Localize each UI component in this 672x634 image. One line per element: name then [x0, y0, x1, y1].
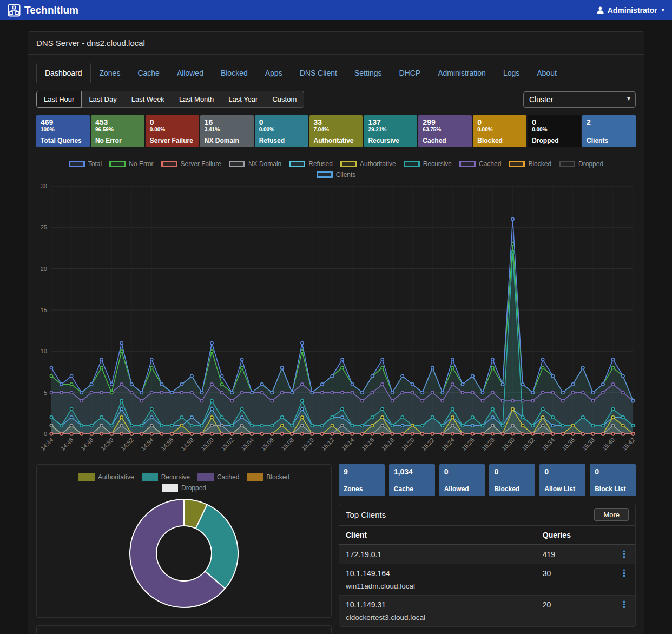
legend-item[interactable]: Dropped	[559, 160, 603, 168]
row-actions-icon[interactable]: ⋮	[620, 599, 629, 610]
svg-text:15:34: 15:34	[541, 437, 556, 452]
legend-item[interactable]: NX Domain	[229, 160, 281, 168]
legend-item[interactable]: Server Failure	[161, 160, 221, 168]
legend-item[interactable]: Authoritative	[340, 160, 396, 168]
btn-last-hour[interactable]: Last Hour	[36, 91, 82, 108]
legend-item[interactable]: No Error	[109, 160, 153, 168]
brand-title: Technitium	[24, 4, 78, 16]
legend-item[interactable]: Total	[69, 160, 102, 168]
top-clients-table: Client Queries 172.19.0.1	[339, 526, 635, 626]
row-actions-icon[interactable]: ⋮	[620, 568, 629, 578]
legend-item[interactable]: Recursive	[142, 473, 190, 481]
tab-dns-client[interactable]: DNS Client	[291, 63, 346, 83]
legend-label: Blocked	[266, 473, 289, 481]
column-header-client: Client	[339, 526, 536, 545]
svg-text:0: 0	[44, 431, 47, 437]
svg-text:15:20: 15:20	[400, 437, 416, 452]
tab-administration[interactable]: Administration	[429, 63, 495, 83]
tile-allow-list: 0 Allow List	[539, 464, 585, 496]
client-queries: 419	[543, 550, 555, 559]
user-label: Administrator	[608, 6, 657, 15]
tile-allowed: 0 Allowed	[439, 464, 485, 496]
stat-label: Server Failure	[150, 137, 195, 144]
tab-apps[interactable]: Apps	[256, 63, 291, 83]
legend-swatch	[247, 473, 263, 481]
tab-dashboard[interactable]: Dashboard	[36, 63, 91, 83]
table-row: 10.1.149.31 cldockertest3.cloud.local 20…	[339, 596, 635, 627]
legend-item[interactable]: Clients	[317, 171, 356, 179]
stat-percent: 3.41%	[205, 127, 249, 133]
legend-item[interactable]: Dropped	[162, 484, 206, 492]
client-ip: 172.19.0.1	[346, 550, 530, 559]
tab-about[interactable]: About	[528, 63, 565, 83]
tab-dhcp[interactable]: DHCP	[391, 63, 430, 83]
tile-value: 1,034	[394, 467, 430, 476]
stat-value: 137	[368, 118, 413, 127]
svg-text:14:58: 14:58	[180, 437, 195, 452]
row-actions-icon[interactable]: ⋮	[620, 549, 629, 559]
stat-card-dropped: 0 0.00% Dropped	[528, 115, 581, 147]
legend-label: No Error	[129, 160, 153, 168]
svg-text:15:10: 15:10	[300, 437, 315, 452]
svg-text:5: 5	[44, 389, 47, 396]
svg-text:14:56: 14:56	[160, 437, 175, 452]
legend-swatch	[197, 473, 214, 481]
stat-label: Authoritative	[314, 137, 359, 144]
brand[interactable]: Technitium	[8, 4, 78, 17]
legend-item[interactable]: Refused	[289, 160, 333, 168]
more-button[interactable]: More	[594, 508, 629, 521]
tile-block-list: 0 Block List	[590, 464, 636, 496]
legend-label: Authoritative	[360, 160, 396, 168]
legend-item[interactable]: Blocked	[247, 473, 289, 481]
tab-blocked[interactable]: Blocked	[212, 63, 256, 83]
legend-item[interactable]: Cached	[459, 160, 501, 168]
stat-label: Blocked	[477, 137, 522, 144]
legend-item[interactable]: Authoritative	[78, 473, 134, 481]
time-range-group: Last Hour Last Day Last Week Last Month …	[36, 91, 304, 108]
stat-percent: 63.75%	[423, 127, 467, 133]
legend-item[interactable]: Blocked	[509, 160, 551, 168]
legend-swatch	[404, 161, 420, 167]
stat-value: 0	[259, 118, 304, 127]
tab-settings[interactable]: Settings	[346, 63, 391, 83]
svg-text:14:44: 14:44	[39, 437, 54, 452]
queries-line-chart: 05101520253014:4414:4614:4814:5014:5214:…	[36, 182, 636, 459]
legend-swatch	[289, 161, 305, 167]
svg-text:15:40: 15:40	[601, 437, 616, 452]
btn-last-year[interactable]: Last Year	[221, 91, 265, 108]
legend-item[interactable]: Cached	[197, 473, 239, 481]
stat-percent: 100%	[41, 127, 85, 133]
tab-allowed[interactable]: Allowed	[168, 63, 212, 83]
stat-label: Dropped	[532, 137, 577, 144]
btn-last-day[interactable]: Last Day	[81, 91, 124, 108]
stat-card-total-queries: 469 100% Total Queries	[36, 115, 90, 147]
svg-text:15:36: 15:36	[561, 437, 576, 452]
legend-swatch	[509, 161, 525, 167]
legend-label: Blocked	[528, 160, 551, 168]
stat-value: 0	[150, 118, 195, 127]
legend-swatch	[161, 161, 177, 167]
stat-value: 0	[532, 118, 577, 127]
svg-text:14:54: 14:54	[140, 437, 155, 452]
stat-percent: 0.00%	[532, 127, 577, 133]
stat-card-blocked: 0 0.00% Blocked	[473, 115, 526, 147]
legend-label: Cached	[479, 160, 501, 168]
tab-cache[interactable]: Cache	[129, 63, 168, 83]
next-panel-partial	[36, 625, 332, 633]
stat-value: 299	[423, 118, 467, 127]
svg-text:25: 25	[41, 224, 47, 230]
legend-item[interactable]: Recursive	[404, 160, 452, 168]
tab-zones[interactable]: Zones	[91, 63, 129, 83]
stat-card-server-failure: 0 0.00% Server Failure	[146, 115, 199, 147]
cluster-select[interactable]: Cluster	[523, 91, 636, 108]
stat-label: Total Queries	[41, 137, 85, 144]
svg-text:15:30: 15:30	[500, 437, 516, 452]
tile-blocked: 0 Blocked	[489, 464, 535, 496]
tile-label: Blocked	[494, 485, 530, 493]
tab-logs[interactable]: Logs	[495, 63, 528, 83]
user-menu[interactable]: Administrator ▾	[596, 6, 664, 15]
btn-custom[interactable]: Custom	[265, 91, 304, 108]
stat-percent	[587, 127, 631, 133]
btn-last-week[interactable]: Last Week	[124, 91, 172, 108]
btn-last-month[interactable]: Last Month	[172, 91, 221, 108]
